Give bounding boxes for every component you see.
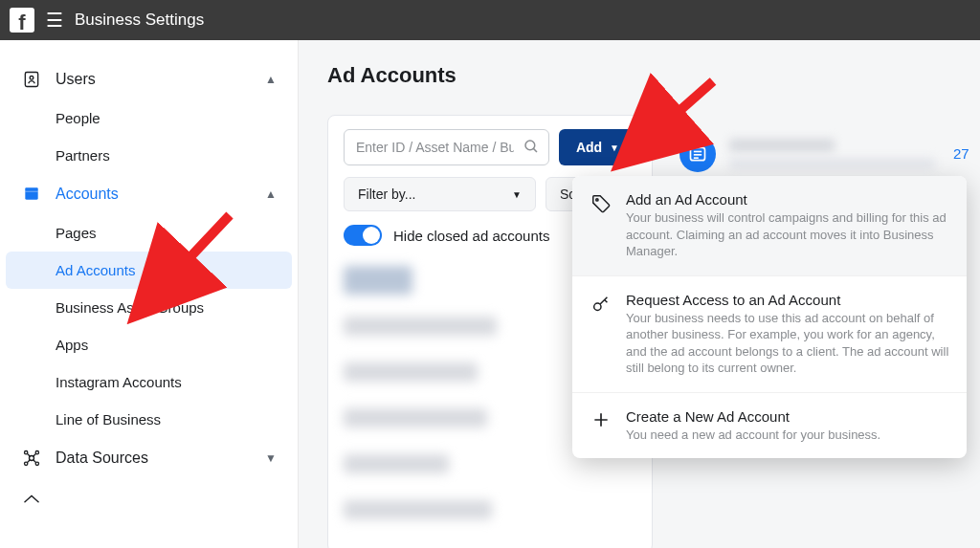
sidebar-item-instagram-accounts[interactable]: Instagram Accounts	[0, 363, 298, 401]
dropdown-item-title: Request Access to an Ad Account	[626, 292, 949, 308]
dropdown-item-title: Add an Ad Account	[626, 191, 949, 208]
accounts-icon	[21, 184, 42, 205]
dropdown-item-request-access[interactable]: Request Access to an Ad Account Your bus…	[572, 276, 967, 393]
sidebar-item-line-of-business[interactable]: Line of Business	[0, 401, 298, 438]
dropdown-item-desc: You need a new ad account for your busin…	[626, 427, 880, 444]
svg-point-9	[35, 462, 38, 465]
svg-line-21	[639, 81, 713, 146]
top-bar: f ☰ Business Settings	[0, 0, 980, 40]
sidebar-section-label: Data Sources	[56, 449, 265, 467]
svg-point-1	[30, 77, 33, 80]
users-icon	[21, 69, 42, 90]
sidebar-section-label: Accounts	[56, 186, 265, 203]
chevron-up-icon: ▲	[265, 73, 277, 86]
filter-label: Filter by...	[358, 186, 415, 202]
dropdown-item-add-ad-account[interactable]: Add an Ad Account Your business will con…	[572, 176, 967, 276]
chevron-up-icon: ▲	[265, 187, 277, 201]
search-input[interactable]	[344, 129, 549, 165]
list-item[interactable]	[344, 493, 636, 527]
svg-point-6	[25, 451, 28, 454]
sidebar-section-users[interactable]: Users ▲	[0, 59, 298, 99]
dropdown-item-title: Create a New Ad Account	[626, 408, 880, 425]
detail-count: 27	[953, 145, 969, 162]
facebook-logo-icon: f	[10, 8, 34, 33]
more-icon	[21, 488, 42, 509]
search-icon	[523, 138, 540, 158]
annotation-arrow-icon	[622, 72, 727, 170]
menu-icon[interactable]: ☰	[46, 9, 63, 32]
add-button-label: Add	[576, 140, 602, 155]
svg-line-11	[533, 148, 537, 152]
svg-rect-3	[25, 187, 37, 190]
hide-closed-toggle[interactable]	[344, 225, 382, 246]
plus-icon	[590, 408, 612, 444]
caret-down-icon: ▼	[610, 142, 619, 153]
sidebar-item-apps[interactable]: Apps	[0, 326, 298, 363]
svg-point-10	[525, 141, 535, 150]
svg-point-16	[596, 199, 598, 201]
toggle-label: Hide closed ad accounts	[393, 228, 549, 244]
svg-point-7	[35, 451, 38, 454]
sidebar-item-people[interactable]: People	[0, 99, 298, 137]
key-icon	[590, 292, 612, 377]
chevron-down-icon: ▼	[265, 451, 277, 465]
sidebar-section-label: Users	[56, 71, 265, 88]
add-dropdown-menu: Add an Ad Account Your business will con…	[572, 176, 967, 458]
detail-title-redacted	[729, 139, 935, 169]
page-header-title: Business Settings	[75, 11, 204, 30]
tag-icon	[590, 191, 612, 260]
dropdown-item-desc: Your business will control campaigns and…	[626, 209, 949, 260]
sidebar-item-partners[interactable]: Partners	[0, 137, 298, 174]
sidebar-section-data-sources[interactable]: Data Sources ▼	[0, 438, 298, 478]
caret-down-icon: ▼	[512, 189, 522, 200]
filter-by-dropdown[interactable]: Filter by... ▼	[344, 177, 536, 211]
dropdown-item-create-new[interactable]: Create a New Ad Account You need a new a…	[572, 393, 967, 459]
svg-rect-4	[25, 191, 37, 192]
svg-point-8	[25, 462, 28, 465]
dropdown-item-desc: Your business needs to use this ad accou…	[626, 310, 949, 377]
annotation-arrow-icon	[134, 206, 239, 323]
search-wrap	[344, 129, 549, 165]
svg-line-20	[153, 215, 230, 296]
sidebar-section-more[interactable]	[0, 478, 298, 509]
data-sources-icon	[21, 448, 42, 469]
svg-point-17	[594, 303, 601, 310]
